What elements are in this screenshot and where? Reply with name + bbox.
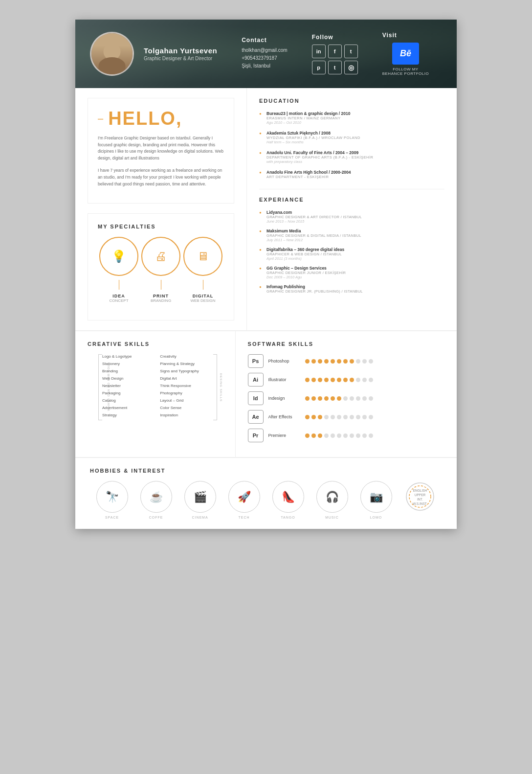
software-name: Indesign bbox=[268, 396, 305, 401]
software-icon: Ae bbox=[248, 410, 264, 424]
right-column: EDUCATION Bureau23 | motion & graphic de… bbox=[247, 88, 457, 330]
exp-date: July 2011 – Now 2012 bbox=[266, 238, 444, 242]
software-skills-section: SOFTWARE SKILLS PsPhotoshopAiIllustrator… bbox=[236, 331, 457, 457]
education-items: Bureau23 | motion & graphic design / 201… bbox=[259, 111, 444, 179]
twitter-icon[interactable]: t bbox=[344, 45, 358, 58]
dot-empty bbox=[324, 433, 329, 438]
dot-filled bbox=[305, 359, 310, 364]
dot-empty bbox=[343, 433, 348, 438]
hobby-item: 👠 TANGO bbox=[272, 481, 304, 519]
facebook-icon[interactable]: f bbox=[328, 45, 342, 58]
experience-section: EXPERIANCE Lidyana.com GRAPHIC DESIGNER … bbox=[259, 197, 444, 294]
hobby-circle: 🎧 bbox=[316, 481, 348, 513]
dot-filled bbox=[318, 396, 322, 401]
linkedin-icon[interactable]: in bbox=[312, 45, 326, 58]
tumblr-icon[interactable]: t bbox=[328, 61, 342, 74]
specialties-section: MY SPECIALTIES 💡 IDEA CONCEPT 🖨 bbox=[88, 213, 234, 320]
hobby-label: TANGO bbox=[281, 516, 295, 519]
exp-company: GG Graphic – Design Services bbox=[266, 266, 444, 271]
dot-filled bbox=[331, 359, 335, 364]
name-block: Tolgahan Yurtseven Graphic Designer & Ar… bbox=[144, 46, 217, 61]
dot-filled bbox=[311, 396, 316, 401]
left-column: – HELLO, I'm Freelance Graphic Designer … bbox=[75, 88, 247, 330]
idea-label: IDEA bbox=[112, 294, 125, 298]
creative-skills-grid: Logo & LogotypeStationeryBrandingWeb Des… bbox=[102, 354, 213, 420]
dot-filled bbox=[318, 433, 322, 438]
exp-company: Digitalfabrika – 360 degree digital idea… bbox=[266, 247, 444, 252]
contact-phone: +905432379187 bbox=[242, 55, 288, 61]
dot-filled bbox=[318, 378, 322, 382]
person-title: Graphic Designer & Art Director bbox=[144, 56, 217, 61]
person-name: Tolgahan Yurtseven bbox=[144, 46, 217, 55]
contact-email: tholkhan@gmail.com bbox=[242, 47, 288, 53]
software-skill-row: AeAfter Effects bbox=[248, 410, 444, 424]
specialty-digital: 🖥 DIGITAL WEB DESIGN bbox=[183, 237, 222, 303]
print-line bbox=[161, 280, 161, 290]
hobby-item: 🎧 MUSIC bbox=[316, 481, 348, 519]
dot-filled bbox=[343, 378, 348, 382]
creative-skill-item: Newsletter bbox=[102, 384, 155, 388]
skill-dots bbox=[305, 359, 373, 364]
right-skills-label: DESING SKILLS bbox=[220, 373, 222, 402]
creative-skills-section: CREATIVE SKILLS WHAT I CAN DO FOR YOU Lo… bbox=[75, 331, 236, 457]
left-bracket bbox=[98, 354, 102, 420]
language-circle: ENGLISHUPPER INT.W.S.INST. bbox=[404, 481, 436, 513]
hobby-label: CINEMA bbox=[192, 516, 208, 519]
dot-filled bbox=[311, 415, 316, 419]
skill-dots bbox=[305, 378, 373, 382]
software-name: Illustrator bbox=[268, 377, 305, 382]
dot-filled bbox=[350, 359, 354, 364]
dot-filled bbox=[324, 359, 329, 364]
hobby-circle: 🔭 bbox=[96, 481, 128, 513]
software-name: After Effects bbox=[268, 414, 305, 419]
skills-col-1: Logo & LogotypeStationeryBrandingWeb Des… bbox=[102, 354, 155, 420]
specialties-icons: 💡 IDEA CONCEPT 🖨 PRINT BRANDING bbox=[98, 237, 224, 303]
edu-name: Anadolu Uni. Faculty of Fine Arts / 2004… bbox=[266, 150, 444, 155]
software-icon: Id bbox=[248, 391, 264, 405]
contact-block: Contact tholkhan@gmail.com +905432379187… bbox=[242, 37, 288, 71]
dot-filled bbox=[337, 396, 341, 401]
hobby-circle: 📷 bbox=[360, 481, 392, 513]
dot-empty bbox=[369, 396, 373, 401]
hobbies-section: HOBBIES & INTEREST 🔭 SPACE☕ COFFE🎬 CINEM… bbox=[75, 457, 457, 529]
dot-filled bbox=[331, 378, 335, 382]
hello-para1: I'm Freelance Graphic Designer based on … bbox=[98, 135, 224, 161]
hobby-item: ☕ COFFE bbox=[140, 481, 172, 519]
lightbulb-icon: 💡 bbox=[111, 250, 126, 263]
hobby-item: 🔭 SPACE bbox=[96, 481, 128, 519]
dot-empty bbox=[356, 378, 360, 382]
language-item: ENGLISHUPPER INT.W.S.INST. bbox=[404, 481, 436, 519]
bottom-section: CREATIVE SKILLS WHAT I CAN DO FOR YOU Lo… bbox=[75, 331, 457, 457]
print-sublabel: BRANDING bbox=[151, 298, 171, 303]
education-title: EDUCATION bbox=[259, 98, 444, 104]
dot-empty bbox=[362, 433, 367, 438]
software-skill-items: PsPhotoshopAiIllustratorIdIndesignAeAfte… bbox=[248, 354, 444, 442]
specialties-title: MY SPECIALTIES bbox=[98, 224, 224, 229]
pinterest-icon[interactable]: p bbox=[312, 61, 326, 74]
exp-date: Dec 2009 – 2010 Agu bbox=[266, 275, 444, 279]
software-icon: Ai bbox=[248, 373, 264, 387]
software-icon: Ps bbox=[248, 354, 264, 368]
header: Tolgahan Yurtseven Graphic Designer & Ar… bbox=[75, 20, 457, 88]
behance-icon[interactable]: Bē bbox=[392, 43, 419, 65]
hello-para2: I have 7 years of experience working as … bbox=[98, 167, 224, 187]
creative-skill-item: Planning & Strategy bbox=[160, 362, 213, 366]
hello-title: – HELLO, bbox=[98, 108, 224, 129]
edu-date: Half term – Six months bbox=[266, 140, 444, 144]
digital-circle: 🖥 bbox=[183, 237, 222, 276]
dot-filled bbox=[318, 359, 322, 364]
hello-dash: – bbox=[98, 113, 104, 124]
education-item: Anadolu Uni. Faculty of Fine Arts / 2004… bbox=[259, 150, 444, 164]
creative-skill-item: Catalog bbox=[102, 398, 155, 403]
monitor-icon: 🖥 bbox=[197, 250, 209, 263]
hobby-label: LOMO bbox=[370, 516, 382, 519]
dot-empty bbox=[356, 415, 360, 419]
creative-skill-item: Advertisement bbox=[102, 406, 155, 410]
creative-skill-item: Creativity bbox=[160, 354, 213, 359]
instagram-icon[interactable]: ◎ bbox=[344, 61, 358, 74]
creative-skills-wrapper: WHAT I CAN DO FOR YOU Logo & LogotypeSta… bbox=[102, 354, 213, 420]
edu-sub: DEPARTMENT OF GRAPHIC ARTS (B.F.A.) - ES… bbox=[266, 155, 444, 159]
creative-skill-item: Digital Art bbox=[160, 376, 213, 381]
exp-role: GRAPHIC DESIGNER JUNIOR / ESKİŞEHİR bbox=[266, 271, 444, 275]
skill-dots bbox=[305, 433, 373, 438]
